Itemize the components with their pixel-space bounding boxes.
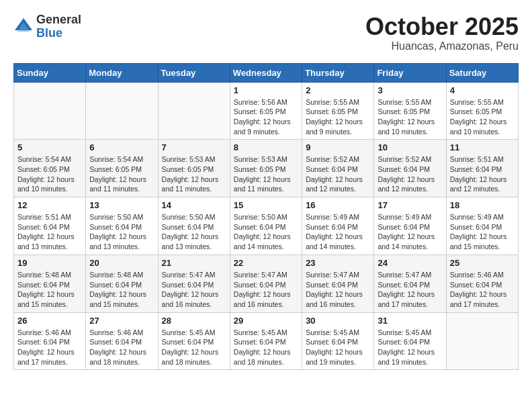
- logo-blue-text: Blue: [36, 26, 62, 40]
- col-wednesday: Wednesday: [230, 63, 302, 82]
- table-row: 1Sunrise: 5:56 AM Sunset: 6:05 PM Daylig…: [230, 82, 302, 140]
- day-number: 26: [17, 316, 82, 326]
- day-number: 7: [162, 142, 226, 152]
- title-area: October 2025 Huancas, Amazonas, Peru: [365, 13, 519, 52]
- table-row: 12Sunrise: 5:51 AM Sunset: 6:04 PM Dayli…: [14, 197, 86, 255]
- day-number: 11: [450, 142, 515, 152]
- day-info: Sunrise: 5:51 AM Sunset: 6:04 PM Dayligh…: [17, 212, 82, 252]
- logo-general-text: General: [36, 13, 81, 26]
- table-row: 2Sunrise: 5:55 AM Sunset: 6:05 PM Daylig…: [302, 82, 374, 140]
- table-row: 27Sunrise: 5:46 AM Sunset: 6:04 PM Dayli…: [86, 312, 158, 370]
- day-number: 17: [378, 200, 442, 210]
- day-info: Sunrise: 5:48 AM Sunset: 6:04 PM Dayligh…: [17, 270, 82, 310]
- day-info: Sunrise: 5:49 AM Sunset: 6:04 PM Dayligh…: [450, 212, 515, 252]
- calendar-week-row: 1Sunrise: 5:56 AM Sunset: 6:05 PM Daylig…: [14, 82, 519, 140]
- day-number: 24: [378, 258, 442, 268]
- table-row: [86, 82, 158, 140]
- day-info: Sunrise: 5:53 AM Sunset: 6:05 PM Dayligh…: [162, 154, 226, 194]
- day-info: Sunrise: 5:46 AM Sunset: 6:04 PM Dayligh…: [17, 328, 82, 367]
- table-row: [158, 82, 230, 140]
- table-row: 24Sunrise: 5:47 AM Sunset: 6:04 PM Dayli…: [374, 255, 446, 312]
- day-info: Sunrise: 5:47 AM Sunset: 6:04 PM Dayligh…: [234, 270, 298, 310]
- day-info: Sunrise: 5:47 AM Sunset: 6:04 PM Dayligh…: [162, 270, 226, 310]
- table-row: 10Sunrise: 5:52 AM Sunset: 6:04 PM Dayli…: [374, 140, 446, 197]
- day-number: 10: [378, 142, 442, 152]
- table-row: 21Sunrise: 5:47 AM Sunset: 6:04 PM Dayli…: [158, 255, 230, 312]
- table-row: 23Sunrise: 5:47 AM Sunset: 6:04 PM Dayli…: [302, 255, 374, 312]
- table-row: [14, 82, 86, 140]
- day-number: 15: [234, 200, 298, 210]
- table-row: 20Sunrise: 5:48 AM Sunset: 6:04 PM Dayli…: [86, 255, 158, 312]
- day-info: Sunrise: 5:55 AM Sunset: 6:05 PM Dayligh…: [306, 97, 370, 137]
- day-number: 1: [234, 85, 298, 95]
- calendar-week-row: 12Sunrise: 5:51 AM Sunset: 6:04 PM Dayli…: [14, 197, 519, 255]
- day-info: Sunrise: 5:49 AM Sunset: 6:04 PM Dayligh…: [378, 212, 442, 252]
- day-number: 14: [162, 200, 226, 210]
- day-number: 27: [89, 316, 154, 326]
- col-monday: Monday: [86, 63, 158, 82]
- logo: General Blue: [13, 13, 81, 40]
- day-number: 3: [378, 85, 442, 95]
- day-number: 9: [306, 142, 370, 152]
- col-thursday: Thursday: [302, 63, 374, 82]
- day-info: Sunrise: 5:50 AM Sunset: 6:04 PM Dayligh…: [89, 212, 154, 252]
- day-number: 19: [17, 258, 82, 268]
- day-info: Sunrise: 5:56 AM Sunset: 6:05 PM Dayligh…: [234, 97, 298, 137]
- day-number: 25: [450, 258, 515, 268]
- day-number: 28: [162, 316, 226, 326]
- day-number: 6: [89, 142, 154, 152]
- day-info: Sunrise: 5:51 AM Sunset: 6:04 PM Dayligh…: [450, 154, 515, 194]
- day-info: Sunrise: 5:47 AM Sunset: 6:04 PM Dayligh…: [378, 270, 442, 310]
- calendar-week-row: 5Sunrise: 5:54 AM Sunset: 6:05 PM Daylig…: [14, 140, 519, 197]
- day-number: 5: [17, 142, 82, 152]
- day-info: Sunrise: 5:45 AM Sunset: 6:04 PM Dayligh…: [162, 328, 226, 367]
- table-row: 13Sunrise: 5:50 AM Sunset: 6:04 PM Dayli…: [86, 197, 158, 255]
- table-row: 15Sunrise: 5:50 AM Sunset: 6:04 PM Dayli…: [230, 197, 302, 255]
- day-info: Sunrise: 5:52 AM Sunset: 6:04 PM Dayligh…: [378, 154, 442, 194]
- calendar-header-row: Sunday Monday Tuesday Wednesday Thursday…: [14, 63, 519, 82]
- day-info: Sunrise: 5:46 AM Sunset: 6:04 PM Dayligh…: [450, 270, 515, 310]
- day-number: 20: [89, 258, 154, 268]
- day-number: 29: [234, 316, 298, 326]
- day-info: Sunrise: 5:54 AM Sunset: 6:05 PM Dayligh…: [17, 154, 82, 194]
- day-info: Sunrise: 5:47 AM Sunset: 6:04 PM Dayligh…: [306, 270, 370, 310]
- day-info: Sunrise: 5:48 AM Sunset: 6:04 PM Dayligh…: [89, 270, 154, 310]
- table-row: 11Sunrise: 5:51 AM Sunset: 6:04 PM Dayli…: [446, 140, 518, 197]
- day-info: Sunrise: 5:50 AM Sunset: 6:04 PM Dayligh…: [234, 212, 298, 252]
- day-info: Sunrise: 5:45 AM Sunset: 6:04 PM Dayligh…: [306, 328, 370, 367]
- day-number: 16: [306, 200, 370, 210]
- day-info: Sunrise: 5:45 AM Sunset: 6:04 PM Dayligh…: [378, 328, 442, 367]
- table-row: 18Sunrise: 5:49 AM Sunset: 6:04 PM Dayli…: [446, 197, 518, 255]
- col-saturday: Saturday: [446, 63, 518, 82]
- day-info: Sunrise: 5:49 AM Sunset: 6:04 PM Dayligh…: [306, 212, 370, 252]
- day-info: Sunrise: 5:54 AM Sunset: 6:05 PM Dayligh…: [89, 154, 154, 194]
- month-title: October 2025: [365, 13, 519, 40]
- day-info: Sunrise: 5:55 AM Sunset: 6:05 PM Dayligh…: [378, 97, 442, 137]
- table-row: 30Sunrise: 5:45 AM Sunset: 6:04 PM Dayli…: [302, 312, 374, 370]
- day-info: Sunrise: 5:55 AM Sunset: 6:05 PM Dayligh…: [450, 97, 515, 137]
- table-row: 31Sunrise: 5:45 AM Sunset: 6:04 PM Dayli…: [374, 312, 446, 370]
- day-info: Sunrise: 5:46 AM Sunset: 6:04 PM Dayligh…: [89, 328, 154, 367]
- table-row: 19Sunrise: 5:48 AM Sunset: 6:04 PM Dayli…: [14, 255, 86, 312]
- header: General Blue October 2025 Huancas, Amazo…: [13, 13, 519, 52]
- table-row: 25Sunrise: 5:46 AM Sunset: 6:04 PM Dayli…: [446, 255, 518, 312]
- day-number: 30: [306, 316, 370, 326]
- table-row: 22Sunrise: 5:47 AM Sunset: 6:04 PM Dayli…: [230, 255, 302, 312]
- day-number: 18: [450, 200, 515, 210]
- calendar-week-row: 19Sunrise: 5:48 AM Sunset: 6:04 PM Dayli…: [14, 255, 519, 312]
- col-tuesday: Tuesday: [158, 63, 230, 82]
- day-number: 22: [234, 258, 298, 268]
- table-row: 3Sunrise: 5:55 AM Sunset: 6:05 PM Daylig…: [374, 82, 446, 140]
- table-row: 7Sunrise: 5:53 AM Sunset: 6:05 PM Daylig…: [158, 140, 230, 197]
- table-row: 14Sunrise: 5:50 AM Sunset: 6:04 PM Dayli…: [158, 197, 230, 255]
- table-row: 16Sunrise: 5:49 AM Sunset: 6:04 PM Dayli…: [302, 197, 374, 255]
- day-number: 2: [306, 85, 370, 95]
- table-row: 17Sunrise: 5:49 AM Sunset: 6:04 PM Dayli…: [374, 197, 446, 255]
- table-row: 9Sunrise: 5:52 AM Sunset: 6:04 PM Daylig…: [302, 140, 374, 197]
- day-number: 13: [89, 200, 154, 210]
- table-row: [446, 312, 518, 370]
- col-sunday: Sunday: [14, 63, 86, 82]
- day-number: 4: [450, 85, 515, 95]
- table-row: 26Sunrise: 5:46 AM Sunset: 6:04 PM Dayli…: [14, 312, 86, 370]
- location-subtitle: Huancas, Amazonas, Peru: [365, 40, 519, 52]
